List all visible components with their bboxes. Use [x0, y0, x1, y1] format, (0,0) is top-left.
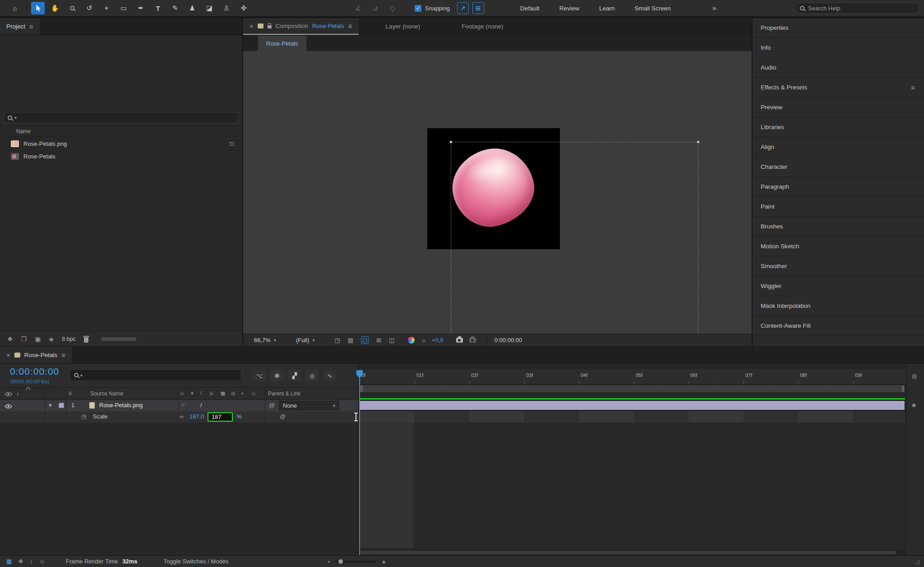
- bit-depth-label[interactable]: 8 bpc: [62, 336, 76, 342]
- project-tab[interactable]: Project ≡: [0, 18, 40, 35]
- puppet-pin-tool-button[interactable]: ✜: [237, 2, 250, 14]
- shy-toggle-icon[interactable]: ☺: [39, 558, 45, 565]
- zoom-out-mountain-icon[interactable]: ▲: [327, 559, 330, 563]
- panel-tab-character[interactable]: Character: [753, 157, 924, 177]
- project-search-input[interactable]: [19, 114, 217, 121]
- layer-quality-toggle[interactable]: /: [200, 402, 202, 409]
- layer-color-swatch[interactable]: [59, 403, 64, 408]
- project-item-footage[interactable]: Rose-Petals.png ⊡: [0, 137, 242, 150]
- comp-marker-bin-icon[interactable]: ▤: [912, 373, 917, 379]
- eraser-tool-button[interactable]: ◪: [203, 2, 216, 14]
- frame-blend-column-icon[interactable]: ▦: [221, 390, 225, 396]
- panel-tab-align[interactable]: Align: [753, 137, 924, 157]
- scale-y-edit-box[interactable]: [208, 412, 233, 422]
- panel-tab-preview[interactable]: Preview: [753, 98, 924, 117]
- panel-tab-wiggler[interactable]: Wiggler: [753, 276, 924, 296]
- axis-mode-world-icon[interactable]: ⊿: [369, 2, 382, 14]
- quality-column-icon[interactable]: \: [200, 390, 202, 396]
- layer-viewer-tab[interactable]: Layer (none): [379, 18, 427, 35]
- workspace-review[interactable]: Review: [550, 0, 589, 17]
- scale-property-row[interactable]: ◷ Scale ∞ 187,0 % @: [0, 411, 359, 423]
- audio-column-icon[interactable]: ♪: [16, 390, 19, 397]
- composition-settings-icon[interactable]: ❖: [18, 558, 23, 565]
- workspace-overflow-chevron[interactable]: »: [712, 4, 716, 12]
- close-icon[interactable]: ×: [6, 351, 10, 359]
- workspace-default[interactable]: Default: [510, 0, 550, 17]
- adjustment-layer-column-icon[interactable]: ◐: [241, 390, 245, 396]
- panel-tab-info[interactable]: Info: [753, 38, 924, 58]
- new-composition-icon[interactable]: ▣: [35, 335, 41, 343]
- close-icon[interactable]: ×: [249, 22, 254, 30]
- selection-tool-button[interactable]: [31, 2, 45, 14]
- property-pickwhip-icon[interactable]: @: [280, 413, 286, 420]
- pen-tool-button[interactable]: ✒: [134, 2, 148, 14]
- toggle-switches-modes-button[interactable]: Toggle Switches / Modes: [164, 558, 229, 565]
- layer-end-icon[interactable]: ◆: [912, 402, 916, 408]
- snapping-checkbox[interactable]: ✓: [415, 5, 421, 12]
- project-item-composition[interactable]: Rose-Petals: [0, 150, 242, 163]
- exposure-value[interactable]: +0,0: [432, 337, 444, 344]
- snapping-control[interactable]: ✓ Snapping: [415, 5, 450, 12]
- collapse-column-icon[interactable]: ✳: [190, 390, 194, 396]
- active-view-tab[interactable]: Rose-Petals: [258, 36, 306, 51]
- scale-property-label[interactable]: Scale: [93, 413, 108, 420]
- parent-link-dropdown[interactable]: None ▾: [279, 401, 339, 410]
- stopwatch-icon[interactable]: ◷: [81, 413, 86, 420]
- snap-along-edges-button[interactable]: ↗: [457, 2, 469, 14]
- current-timecode[interactable]: 0:00:00:00: [10, 366, 59, 377]
- expand-collapse-icon[interactable]: ↕: [30, 558, 33, 565]
- project-settings-icon[interactable]: ◈: [49, 335, 54, 343]
- panel-menu-icon[interactable]: ≡: [29, 23, 33, 30]
- panel-menu-icon[interactable]: ≡: [61, 351, 65, 359]
- layer-visibility-eye-icon[interactable]: [5, 403, 12, 410]
- project-search-box[interactable]: ▾: [4, 112, 239, 123]
- scale-property-track[interactable]: [360, 411, 905, 423]
- layer-expand-chevron[interactable]: ▾: [49, 402, 52, 409]
- parent-pickwhip-icon[interactable]: @: [269, 402, 275, 409]
- panel-menu-icon[interactable]: ≡: [911, 84, 915, 91]
- project-columns-header[interactable]: Name: [0, 126, 242, 137]
- bbox-handle[interactable]: [697, 141, 699, 143]
- panel-tab-content-aware-fill[interactable]: Content-Aware Fill: [753, 316, 924, 336]
- time-ruler[interactable]: 0f 01f 02f 03f 04f 05f 06f 07f 08f 09f 1…: [359, 369, 906, 385]
- panel-tab-properties[interactable]: Properties: [753, 18, 924, 38]
- view-layout-icon[interactable]: ◫: [389, 337, 394, 344]
- panel-menu-icon[interactable]: ≡: [348, 22, 352, 30]
- render-bar-toggle-icon[interactable]: ▦: [6, 558, 12, 565]
- timeline-search-input[interactable]: [84, 372, 220, 379]
- viewer-timecode[interactable]: 0:00:00:00: [494, 337, 522, 344]
- panel-tab-motion-sketch[interactable]: Motion Sketch: [753, 237, 924, 256]
- magnification-dropdown[interactable]: 66,7% ▾: [254, 337, 276, 344]
- region-of-interest-icon[interactable]: ◳: [335, 337, 340, 344]
- new-folder-icon[interactable]: ❐: [21, 335, 27, 343]
- snap-to-features-button[interactable]: ⊞: [472, 2, 484, 14]
- rotation-tool-button[interactable]: ↺: [83, 2, 96, 14]
- 3d-layer-column-icon[interactable]: ◇: [252, 390, 255, 396]
- clone-stamp-tool-button[interactable]: ♟: [185, 2, 199, 14]
- workspace-learn[interactable]: Learn: [589, 0, 625, 17]
- current-time-indicator-line[interactable]: [359, 377, 360, 555]
- show-snapshot-icon[interactable]: [469, 338, 476, 343]
- composition-viewer[interactable]: [243, 51, 752, 334]
- zoom-slider-thumb[interactable]: [338, 559, 343, 564]
- constrain-proportions-link-icon[interactable]: ∞: [180, 413, 184, 420]
- axis-mode-local-icon[interactable]: ∠: [351, 2, 365, 14]
- mini-flowchart-icon[interactable]: ⌥: [253, 370, 266, 381]
- footage-viewer-tab[interactable]: Footage (none): [455, 18, 509, 35]
- layer-duration-bar[interactable]: [360, 400, 905, 410]
- grid-guides-icon[interactable]: ⊞: [376, 337, 381, 344]
- work-area-bar[interactable]: [360, 385, 905, 393]
- resolution-dropdown[interactable]: (Full) ▾: [296, 337, 315, 344]
- lock-icon[interactable]: [268, 25, 272, 28]
- shy-column-icon[interactable]: ☺: [180, 390, 185, 396]
- rectangle-tool-button[interactable]: ▭: [117, 2, 130, 14]
- zoom-slider[interactable]: [335, 561, 376, 562]
- zoom-tool-button[interactable]: [65, 2, 79, 14]
- timeline-tab[interactable]: × Rose-Petals ≡: [0, 347, 72, 363]
- motion-blur-icon[interactable]: ◎: [305, 370, 319, 381]
- panel-tab-smoother[interactable]: Smoother: [753, 256, 924, 276]
- navigator-thumb[interactable]: [360, 551, 896, 554]
- hand-tool-button[interactable]: ✋: [48, 2, 62, 14]
- layer-bounding-box[interactable]: [451, 142, 698, 334]
- timeline-search-box[interactable]: ▾: [70, 369, 241, 381]
